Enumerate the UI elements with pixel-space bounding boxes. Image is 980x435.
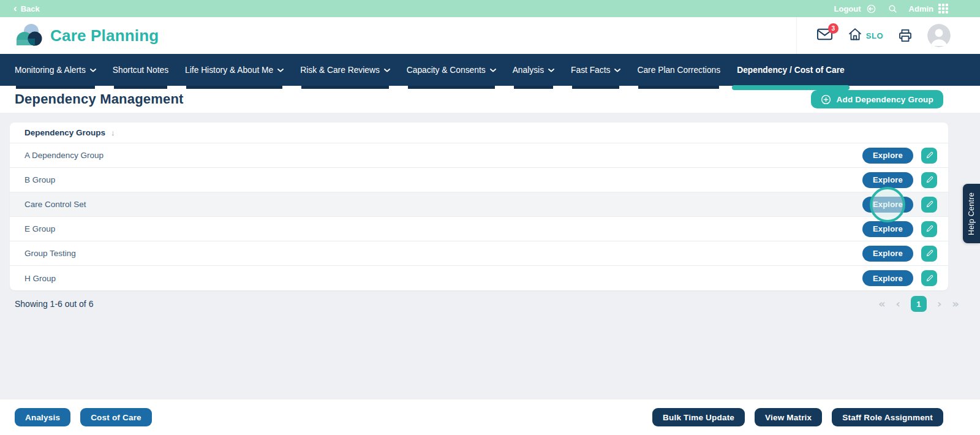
edit-button[interactable] <box>921 270 937 286</box>
app-logo-icon <box>15 23 43 48</box>
plus-circle-icon <box>821 94 831 105</box>
pencil-icon <box>925 274 933 282</box>
explore-button[interactable]: Explore <box>862 270 913 286</box>
table-row[interactable]: Care Control SetExplore <box>10 192 948 217</box>
home-button[interactable]: SLO <box>848 27 883 44</box>
table-row[interactable]: Group TestingExplore <box>10 241 948 266</box>
home-icon <box>848 27 862 44</box>
pencil-icon <box>925 176 933 184</box>
page-title: Dependency Management <box>15 91 184 107</box>
analysis-button[interactable]: Analysis <box>15 408 70 426</box>
cost-of-care-button[interactable]: Cost of Care <box>80 408 152 426</box>
nav-item-label: Care Plan Corrections <box>637 66 720 75</box>
avatar[interactable] <box>927 24 951 47</box>
dependency-group-name: E Group <box>24 224 55 233</box>
edit-button[interactable] <box>921 246 937 262</box>
nav-item-capacity-consents[interactable]: Capacity & Consents <box>407 54 496 86</box>
nav-item-label: Dependency / Cost of Care <box>737 66 845 75</box>
column-header-dependency-groups[interactable]: Dependency Groups ↓ <box>10 123 948 143</box>
chevron-down-icon <box>90 69 96 72</box>
table-row[interactable]: A Dependency GroupExplore <box>10 143 948 168</box>
pencil-icon <box>925 200 933 208</box>
nav-item-monitoring-alerts[interactable]: Monitoring & Alerts <box>15 54 96 86</box>
explore-button[interactable]: Explore <box>862 148 913 164</box>
app-header: Care Planning 3 SLO <box>0 17 980 54</box>
print-button[interactable] <box>898 28 913 43</box>
brand: Care Planning <box>15 23 159 48</box>
dependency-group-name: B Group <box>24 175 55 184</box>
back-label: Back <box>21 4 40 13</box>
bulk-time-update-button[interactable]: Bulk Time Update <box>652 408 745 426</box>
app-title: Care Planning <box>50 26 159 45</box>
nav-item-shortcut-notes[interactable]: Shortcut Notes <box>113 54 168 86</box>
dependency-group-name: Group Testing <box>24 249 76 258</box>
pagination-next-button[interactable]: › <box>937 298 941 309</box>
row-actions: Explore <box>862 221 937 237</box>
footer-left-buttons: AnalysisCost of Care <box>15 408 152 426</box>
edit-button[interactable] <box>921 172 937 188</box>
nav-item-label: Risk & Care Reviews <box>300 66 380 75</box>
table-row[interactable]: H GroupExplore <box>10 266 948 290</box>
nav-item-label: Analysis <box>513 66 544 75</box>
back-chevron-icon: ‹ <box>13 3 17 13</box>
dependency-group-name: A Dependency Group <box>24 151 104 160</box>
top-bar: ‹ Back Logout Admin <box>0 0 980 17</box>
back-button[interactable]: ‹ Back <box>13 4 40 13</box>
table-row[interactable]: B GroupExplore <box>10 168 948 192</box>
nav-item-label: Capacity & Consents <box>407 66 486 75</box>
row-actions: Explore <box>862 246 937 262</box>
logout-label: Logout <box>834 4 861 13</box>
pencil-icon <box>925 151 933 159</box>
nav-item-analysis[interactable]: Analysis <box>513 54 554 86</box>
edit-button[interactable] <box>921 221 937 237</box>
pagination-bar: Showing 1-6 out of 6 « ‹ 1 › » <box>10 290 948 317</box>
row-actions: Explore <box>862 197 937 213</box>
column-header-label: Dependency Groups <box>24 128 105 137</box>
results-summary: Showing 1-6 out of 6 <box>15 299 93 309</box>
chevron-down-icon <box>277 69 284 72</box>
home-location-label: SLO <box>866 31 883 40</box>
apps-grid-icon <box>938 4 948 13</box>
dependency-group-name: Care Control Set <box>24 200 86 209</box>
nav-item-label: Monitoring & Alerts <box>15 66 86 75</box>
staff-role-assignment-button[interactable]: Staff Role Assignment <box>832 408 943 426</box>
row-actions: Explore <box>862 270 937 286</box>
chevron-down-icon <box>490 69 496 72</box>
main-nav: Monitoring & AlertsShortcut NotesLife Hi… <box>0 54 980 86</box>
pencil-icon <box>925 225 933 233</box>
nav-item-label: Shortcut Notes <box>113 66 168 75</box>
dependency-groups-table: Dependency Groups ↓ A Dependency GroupEx… <box>10 123 948 290</box>
search-icon[interactable] <box>888 4 898 14</box>
explore-button[interactable]: Explore <box>862 246 913 262</box>
edit-button[interactable] <box>921 197 937 213</box>
user-menu[interactable]: Admin <box>909 4 948 13</box>
table-body: A Dependency GroupExploreB GroupExploreC… <box>10 143 948 290</box>
pagination-first-button[interactable]: « <box>878 298 886 309</box>
footer-bar: AnalysisCost of Care Bulk Time UpdateVie… <box>0 399 980 435</box>
add-dependency-group-button[interactable]: Add Dependency Group <box>811 90 943 108</box>
table-row[interactable]: E GroupExplore <box>10 217 948 241</box>
nav-item-fast-facts[interactable]: Fast Facts <box>571 54 620 86</box>
nav-item-risk-care-reviews[interactable]: Risk & Care Reviews <box>300 54 390 86</box>
logout-button[interactable]: Logout <box>834 4 876 14</box>
explore-button[interactable]: Explore <box>862 172 913 188</box>
pagination-current-page[interactable]: 1 <box>911 296 927 312</box>
nav-item-dependency-cost-of-care[interactable]: Dependency / Cost of Care <box>737 54 845 86</box>
sort-descending-icon: ↓ <box>111 128 115 137</box>
edit-button[interactable] <box>921 148 937 164</box>
nav-item-life-history-about-me[interactable]: Life History & About Me <box>185 54 284 86</box>
dependency-group-name: H Group <box>24 274 56 283</box>
add-button-label: Add Dependency Group <box>836 95 933 104</box>
pagination-last-button[interactable]: » <box>952 298 959 309</box>
unread-count-badge: 3 <box>828 23 839 34</box>
explore-button[interactable]: Explore <box>862 221 913 237</box>
messages-button[interactable]: 3 <box>816 28 833 44</box>
pencil-icon <box>925 249 933 257</box>
view-matrix-button[interactable]: View Matrix <box>755 408 822 426</box>
row-actions: Explore <box>862 172 937 188</box>
explore-button[interactable]: Explore <box>862 197 913 213</box>
nav-item-care-plan-corrections[interactable]: Care Plan Corrections <box>637 54 720 86</box>
pagination-prev-button[interactable]: ‹ <box>896 298 900 309</box>
help-centre-tab[interactable]: Help Centre <box>963 184 980 243</box>
row-actions: Explore <box>862 148 937 164</box>
